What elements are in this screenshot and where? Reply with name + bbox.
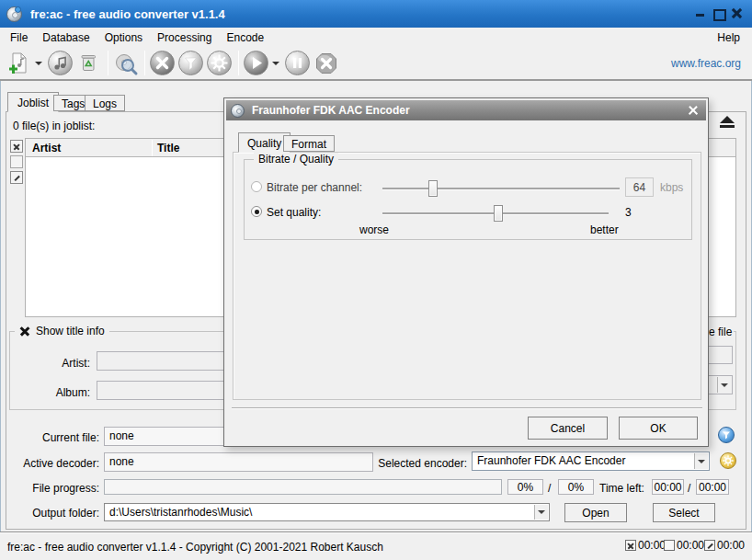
time-left-2: 00:00	[696, 479, 729, 495]
open-button[interactable]: Open	[564, 503, 627, 522]
encoder-settings-button[interactable]	[720, 452, 736, 469]
quality-slider[interactable]	[382, 212, 609, 214]
dialog-titlebar[interactable]: Fraunhofer FDK AAC Encoder	[226, 100, 706, 120]
menu-encode[interactable]: Encode	[219, 29, 271, 47]
timer-unselected: 00:00	[664, 539, 704, 552]
dialog-close-icon[interactable]	[688, 105, 699, 116]
quality-radio[interactable]	[251, 206, 262, 217]
select-all-button[interactable]	[10, 140, 23, 153]
statusbar: fre:ac - free audio converter v1.1.4 - C…	[0, 531, 752, 560]
joblist-count: 0 file(s) in joblist:	[13, 120, 95, 132]
window-controls	[694, 7, 743, 19]
pause-encoding-button[interactable]	[284, 50, 311, 76]
chevron-down-icon	[698, 460, 705, 463]
menubar: File Database Options Processing Encode …	[0, 28, 752, 47]
tab-logs[interactable]: Logs	[85, 95, 125, 111]
checked-box-icon	[625, 540, 636, 551]
play-icon	[244, 51, 268, 75]
encoder-dropdown-button[interactable]	[694, 453, 708, 469]
show-title-info-toggle[interactable]: Show title info	[15, 325, 109, 337]
selected-encoder-combo[interactable]: Fraunhofer FDK AAC Encoder	[472, 451, 710, 471]
toolbar-separator	[238, 51, 239, 75]
quality-slider-handle[interactable]	[494, 205, 503, 222]
menu-help[interactable]: Help	[708, 29, 749, 47]
dialog-title: Fraunhofer FDK AAC Encoder	[252, 104, 410, 117]
menu-file[interactable]: File	[3, 29, 35, 47]
menu-processing[interactable]: Processing	[150, 29, 219, 47]
tab-joblist[interactable]: Joblist	[7, 92, 59, 112]
crossed-tools-icon	[150, 51, 175, 75]
start-encoding-dropdown-icon[interactable]	[272, 62, 279, 65]
bitrate-slider-handle[interactable]	[428, 180, 438, 197]
progress-percent-2: 0%	[558, 479, 594, 495]
general-settings-button[interactable]	[149, 50, 176, 76]
show-title-info-label: Show title info	[36, 325, 105, 337]
configure-components-button[interactable]	[206, 50, 233, 76]
timer-value: 00:00	[638, 539, 666, 552]
ok-button[interactable]: OK	[619, 417, 698, 440]
eject-button[interactable]	[716, 116, 738, 131]
column-artist[interactable]: Artist	[32, 142, 61, 154]
cancel-button[interactable]: Cancel	[528, 417, 608, 440]
start-encoding-button[interactable]	[243, 50, 269, 76]
signal-processing-button[interactable]	[177, 50, 204, 76]
toggle-selection-button[interactable]	[10, 171, 23, 184]
dialog-tab-format[interactable]: Format	[283, 135, 335, 152]
titlebar: fre:ac - free audio converter v1.1.4	[0, 0, 752, 28]
scale-better-label: better	[590, 223, 619, 236]
bitrate-radio[interactable]	[251, 181, 262, 192]
add-files-dropdown-icon[interactable]	[35, 62, 42, 65]
stop-encoding-button[interactable]	[313, 50, 339, 76]
window-title: fre:ac - free audio converter v1.1.4	[30, 7, 225, 21]
select-none-button[interactable]	[10, 155, 23, 168]
slash-separator: /	[548, 482, 551, 495]
close-icon[interactable]	[731, 7, 743, 19]
slash-separator: /	[688, 482, 690, 495]
toolbar-separator	[108, 51, 108, 75]
output-folder-value: d:\Users\tristanrhodes\Music\	[109, 506, 252, 519]
progress-percent-1: 0%	[507, 479, 543, 495]
timer-total: 00:00	[704, 539, 745, 552]
dialog-divider	[232, 407, 702, 409]
time-left-1: 00:00	[652, 479, 684, 495]
menu-options[interactable]: Options	[97, 29, 150, 47]
clear-joblist-button[interactable]	[75, 50, 102, 76]
eject-icon	[720, 116, 735, 123]
bitrate-unit: kbps	[660, 181, 683, 194]
menu-database[interactable]: Database	[35, 29, 97, 47]
toolbar: www.freac.org	[0, 47, 752, 81]
empty-box-icon	[664, 540, 675, 551]
combo-dropdown-button[interactable]	[717, 377, 731, 393]
timer-value: 00:00	[717, 539, 745, 552]
selected-encoder-value: Fraunhofer FDK AAC Encoder	[477, 454, 625, 467]
chevron-down-icon	[538, 510, 545, 514]
encoder-dialog: Fraunhofer FDK AAC Encoder Quality Forma…	[223, 97, 709, 447]
trash-icon	[76, 51, 101, 75]
app-cd-logo-icon	[6, 6, 22, 22]
statusbar-text: fre:ac - free audio converter v1.1.4 - C…	[7, 541, 383, 554]
chevron-down-icon	[721, 383, 728, 387]
select-button[interactable]: Select	[653, 503, 715, 522]
column-title[interactable]: Title	[157, 142, 179, 154]
add-files-button[interactable]	[6, 50, 32, 76]
website-link[interactable]: www.freac.org	[671, 57, 752, 70]
stop-icon	[313, 51, 339, 76]
bitrate-value: 64	[625, 177, 654, 197]
filter-funnel-button[interactable]	[718, 427, 735, 443]
time-left-label: Time left:	[599, 482, 644, 495]
partial-hidden-label: e file	[707, 326, 734, 338]
folder-dropdown-button[interactable]	[534, 505, 548, 520]
output-folder-combo[interactable]: d:\Users\tristanrhodes\Music\	[104, 503, 550, 521]
file-progress-bar	[104, 479, 502, 495]
timer-selected: 00:00	[625, 539, 666, 552]
audio-file-button[interactable]	[47, 50, 74, 76]
gear-icon	[207, 51, 232, 75]
bitrate-slider[interactable]	[382, 188, 620, 189]
minimize-icon[interactable]	[694, 7, 706, 19]
funnel-icon	[719, 428, 734, 442]
x-check-icon	[19, 326, 30, 337]
dialog-cd-icon	[231, 104, 245, 118]
cddb-query-button[interactable]	[112, 50, 139, 76]
cd-search-icon	[113, 51, 139, 76]
maximize-icon[interactable]	[712, 7, 724, 19]
